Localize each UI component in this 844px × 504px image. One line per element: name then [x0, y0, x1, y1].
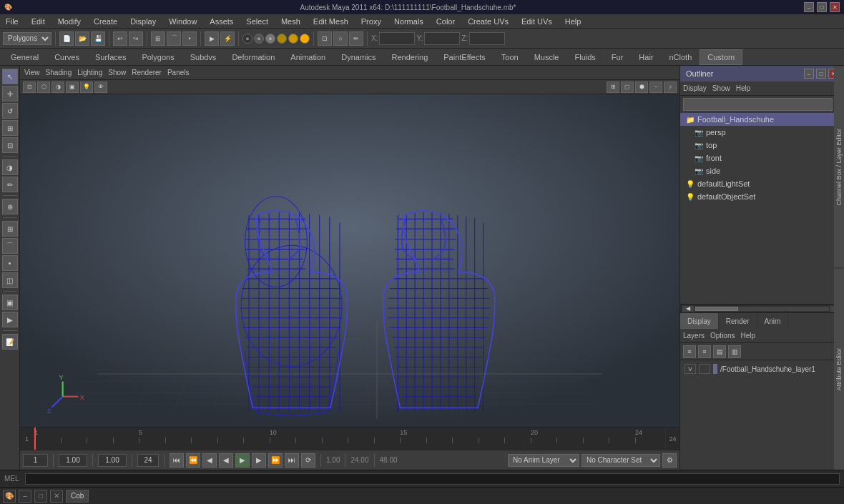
outliner-tree-item[interactable]: 💡defaultObjectSet — [680, 190, 835, 203]
vp-resolution-gate-btn[interactable]: ▢ — [621, 81, 634, 93]
tb-shade1[interactable]: ● — [242, 34, 252, 44]
viewport-lighting-menu[interactable]: Lighting — [77, 69, 102, 76]
render-region-btn[interactable]: ▣ — [2, 295, 18, 310]
menu-item-edit-mesh[interactable]: Edit Mesh — [310, 17, 351, 26]
tb-redo[interactable]: ↪ — [129, 31, 143, 46]
menu-item-modify[interactable]: Modify — [55, 17, 84, 26]
frame-range-input[interactable] — [137, 454, 159, 467]
layer-ref-btn[interactable] — [699, 364, 710, 374]
play-fwd-btn[interactable]: ▶ — [235, 453, 250, 468]
play-back-btn[interactable]: ◀ — [219, 453, 233, 468]
options-menu[interactable]: Options — [710, 332, 735, 340]
module-tab-dynamics[interactable]: Dynamics — [333, 49, 383, 65]
module-tab-muscle[interactable]: Muscle — [526, 49, 567, 65]
tb-snap-curve[interactable]: ⌒ — [167, 31, 181, 46]
attribute-editor-side-tab[interactable]: Attribute Editor — [834, 268, 844, 470]
module-tab-deformation[interactable]: Deformation — [224, 49, 283, 65]
tb-shade2[interactable]: ● — [254, 34, 264, 44]
universal-tool-btn[interactable]: ⊡ — [2, 137, 18, 153]
menu-item-edit[interactable]: Edit — [29, 17, 48, 26]
move-tool-btn[interactable]: ✛ — [2, 86, 18, 102]
anim-layer-select[interactable]: No Anim Layer — [508, 454, 579, 467]
taskbar-icon-1[interactable]: 🎨 — [3, 490, 16, 503]
outliner-search-input[interactable] — [683, 98, 833, 111]
vp-smooth-shade-btn[interactable]: ◑ — [51, 81, 64, 93]
snap-to-surface-btn[interactable]: ◫ — [2, 272, 18, 288]
taskbar-minimize-btn[interactable]: – — [19, 490, 31, 503]
outliner-tree-item[interactable]: 📷top — [680, 139, 835, 152]
outliner-tree-item[interactable]: 📷front — [680, 152, 835, 164]
hscroll-thumb[interactable] — [695, 307, 738, 311]
menu-item-edit-uvs[interactable]: Edit UVs — [519, 17, 555, 26]
vp-audio-btn[interactable]: ♪ — [664, 81, 677, 93]
select-tool-btn[interactable]: ↖ — [2, 69, 18, 84]
go-to-start-btn[interactable]: ⏮ — [170, 453, 184, 468]
taskbar-close-btn[interactable]: ✕ — [50, 490, 63, 503]
menu-item-window[interactable]: Window — [166, 17, 200, 26]
tb-snap-point[interactable]: • — [182, 31, 197, 46]
module-tab-fluids[interactable]: Fluids — [566, 49, 603, 65]
tb-snap-grid[interactable]: ⊞ — [151, 31, 165, 46]
annotation-btn[interactable]: 📝 — [2, 334, 18, 350]
outliner-display-menu[interactable]: Display — [683, 84, 707, 92]
tb-save[interactable]: 💾 — [91, 31, 105, 46]
rotate-tool-btn[interactable]: ↺ — [2, 103, 18, 119]
outliner-help-menu[interactable]: Help — [736, 84, 751, 92]
vp-ncloth-btn[interactable]: ~ — [649, 81, 662, 93]
viewport-view-menu[interactable]: View — [24, 69, 40, 76]
render-tab[interactable]: Render — [719, 313, 757, 329]
tb-shade6[interactable] — [300, 34, 310, 44]
menu-item-proxy[interactable]: Proxy — [358, 17, 384, 26]
maximize-button[interactable]: □ — [817, 2, 827, 12]
outliner-hscrollbar[interactable]: ◀ ▶ — [680, 304, 844, 312]
timeline[interactable]: 1 1510152024 24 — [20, 427, 679, 450]
menu-item-normals[interactable]: Normals — [391, 17, 426, 26]
layer-tb-btn-3[interactable]: ▤ — [713, 345, 726, 358]
module-tab-general[interactable]: General — [3, 49, 46, 65]
viewport-shading-menu[interactable]: Shading — [46, 69, 72, 76]
layer-tb-btn-1[interactable]: ≡ — [683, 345, 696, 358]
menu-item-create[interactable]: Create — [91, 17, 120, 26]
current-time-input-1[interactable] — [59, 454, 87, 467]
layers-menu[interactable]: Layers — [683, 332, 705, 340]
menu-item-help[interactable]: Help — [562, 17, 584, 26]
tb-select-tool[interactable]: ⊡ — [318, 31, 332, 46]
module-tab-toon[interactable]: Toon — [494, 49, 526, 65]
module-tab-rendering[interactable]: Rendering — [384, 49, 436, 65]
outliner-tree-item[interactable]: 📷persp — [680, 126, 835, 139]
snap-to-grid-btn[interactable]: ⊞ — [2, 221, 18, 237]
layer-visibility-btn[interactable]: V — [684, 364, 696, 374]
module-tab-polygons[interactable]: Polygons — [134, 49, 182, 65]
go-to-end-btn[interactable]: ⏭ — [285, 453, 299, 468]
x-input[interactable] — [379, 32, 415, 45]
outliner-tree-item[interactable]: 📷side — [680, 164, 835, 177]
channel-box-side-tab[interactable]: Channel Box / Layer Editor — [834, 66, 844, 268]
taskbar-maximize-btn[interactable]: □ — [34, 490, 47, 503]
anim-tab[interactable]: Anim — [757, 313, 789, 329]
outliner-tree-item[interactable]: 📁Football_Handschuhe — [680, 113, 835, 126]
ipr-render-btn[interactable]: ▶ — [2, 312, 18, 327]
z-input[interactable] — [469, 32, 505, 45]
playhead[interactable] — [34, 428, 36, 450]
layer-tb-btn-2[interactable]: ≡ — [698, 345, 711, 358]
prev-key-btn[interactable]: ◀ — [202, 453, 217, 468]
menu-item-color[interactable]: Color — [433, 17, 458, 26]
module-tab-painteffects[interactable]: PaintEffects — [436, 49, 494, 65]
tb-open[interactable]: 📂 — [75, 31, 89, 46]
module-tab-custom[interactable]: Custom — [700, 49, 742, 65]
viewport-show-menu[interactable]: Show — [108, 69, 126, 76]
outliner-maximize-btn[interactable]: □ — [816, 69, 826, 79]
scale-tool-btn[interactable]: ⊞ — [2, 120, 18, 136]
tb-undo[interactable]: ↩ — [113, 31, 127, 46]
outliner-minimize-btn[interactable]: – — [804, 69, 814, 79]
mode-select[interactable]: Polygons — [3, 32, 51, 45]
display-tab[interactable]: Display — [680, 313, 719, 329]
step-back-btn[interactable]: ⏪ — [186, 453, 200, 468]
menu-item-assets[interactable]: Assets — [207, 17, 236, 26]
layer-help-menu[interactable]: Help — [740, 332, 755, 340]
show-manip-btn[interactable]: ⊕ — [2, 199, 18, 214]
close-button[interactable]: ✕ — [830, 2, 840, 12]
vp-light-btn[interactable]: 💡 — [80, 81, 93, 93]
mel-input[interactable] — [25, 473, 840, 485]
current-time-input-2[interactable] — [98, 454, 127, 467]
